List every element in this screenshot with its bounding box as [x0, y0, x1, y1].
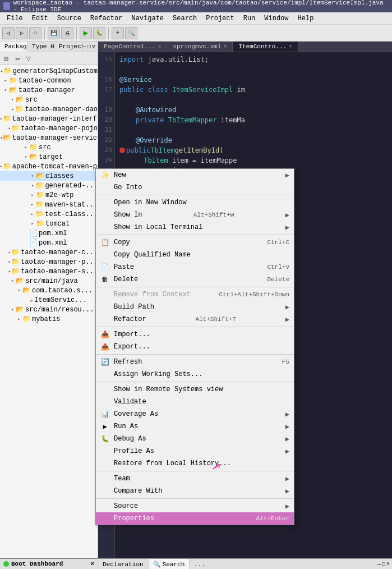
tree-item[interactable]: 📄pom.xml — [0, 228, 98, 238]
tree-item[interactable]: ▸📁test-class... — [0, 209, 98, 219]
menu-item-run[interactable]: Run — [239, 13, 260, 24]
ctx-shortcut: Ctrl+C — [267, 239, 289, 246]
ctx-item-team[interactable]: Team▶ — [96, 472, 294, 485]
toolbar-run-btn[interactable]: ▶ — [80, 27, 92, 39]
toolbar-debug-btn[interactable]: 🐛 — [93, 27, 105, 39]
ctx-submenu-arrow-icon: ▶ — [285, 171, 289, 180]
ctx-item-refresh[interactable]: 🔄RefreshF5 — [96, 356, 294, 368]
close-tab-springmvc[interactable]: × — [223, 44, 227, 50]
tree-item[interactable]: ▸📁src — [0, 143, 98, 152]
tree-item[interactable]: ▸📁apache-tomcat-maven-plugin — [0, 162, 98, 171]
ctx-item-show-in-local-terminal[interactable]: Show in Local Terminal▶ — [96, 221, 294, 233]
ctx-item-show-in-remote-systems-view[interactable]: Show in Remote Systems view — [96, 383, 294, 396]
ctx-item-open-in-new-window[interactable]: Open in New Window — [96, 196, 294, 209]
tree-item[interactable]: ▾📂target — [0, 152, 98, 162]
console-tab-search[interactable]: 🔍 Search — [149, 559, 190, 569]
close-tab-itemcontro[interactable]: × — [289, 44, 292, 50]
tree-item[interactable]: ▸📁taotao-manager-pojo — [0, 123, 98, 133]
ctx-item-compare-with[interactable]: Compare With▶ — [96, 485, 294, 497]
toolbar-print-btn[interactable]: 🖨 — [61, 27, 73, 39]
tab-package-explorer[interactable]: Packag... × — [0, 42, 27, 52]
tree-item[interactable]: ▸📁generated-... — [0, 181, 98, 190]
ctx-item-validate[interactable]: Validate — [96, 396, 294, 408]
ctx-item-refactor[interactable]: RefactorAlt+Shift+T▶ — [96, 313, 294, 325]
ctx-item-assign-working-sets...[interactable]: Assign Working Sets... — [96, 368, 294, 380]
ctx-item-profile-as[interactable]: Profile As▶ — [96, 445, 294, 457]
tree-item[interactable]: ▸📁generatorSqlmapCustom — [0, 66, 98, 76]
ctx-item-run-as[interactable]: ▶Run As▶ — [96, 420, 294, 433]
toolbar-new-btn[interactable]: + — [112, 27, 124, 39]
folder-icon: 📁 — [3, 67, 12, 75]
ctx-item-show-in[interactable]: Show InAlt+Shift+W▶ — [96, 209, 294, 221]
tree-item[interactable]: ▾📂src/main/java — [0, 276, 98, 286]
tree-item[interactable]: ▾📂src — [0, 95, 98, 104]
tree-item[interactable]: ▸📁m2e-wtp — [0, 190, 98, 200]
console-minimize-btn[interactable]: — — [377, 561, 381, 567]
ctx-item-export...[interactable]: 📤Export... — [96, 341, 294, 353]
toolbar-forward-btn[interactable]: ▷ — [16, 27, 28, 39]
menu-item-file[interactable]: File — [2, 13, 27, 24]
editor-tab-pagecontrol[interactable]: PageControl... × — [98, 42, 167, 52]
tree-item[interactable]: ▸📁maven-stat... — [0, 200, 98, 209]
link-editor-btn[interactable]: ⇔ — [12, 53, 22, 63]
panel-maximize-btn[interactable]: □ — [87, 44, 91, 50]
console-tab-extra[interactable]: ... — [190, 559, 210, 569]
tree-item[interactable]: ▸📁mybatis — [0, 314, 98, 324]
ctx-item-properties[interactable]: PropertiesAlt+Enter — [96, 512, 294, 525]
console-maximize-btn[interactable]: □ — [382, 561, 385, 567]
ctx-item-paste[interactable]: 📄PasteCtrl+V — [96, 261, 294, 273]
tree-item[interactable]: ▾📂classes — [0, 171, 98, 181]
ctx-item-import...[interactable]: 📥Import... — [96, 328, 294, 341]
menu-item-source[interactable]: Source — [53, 13, 86, 24]
ctx-item-copy[interactable]: 📋CopyCtrl+C — [96, 236, 294, 249]
tree-item[interactable]: ▾📂taotao-manager-service — [0, 133, 98, 143]
delete-icon: 🗑 — [100, 275, 109, 284]
tree-item[interactable]: ☕ItemServic... — [0, 295, 98, 305]
panel-minimize-btn[interactable]: — — [83, 44, 86, 50]
tree-item[interactable]: ▸📁taotao-manager-s... — [0, 267, 98, 276]
tree-area[interactable]: ▸📁generatorSqlmapCustom▸📁taotao-common▾📂… — [0, 65, 98, 558]
console-close-btn[interactable]: × — [386, 561, 390, 567]
editor-tab-springmvc[interactable]: springmvc.xml × — [167, 42, 233, 52]
ctx-item-restore-from-local-history...[interactable]: Restore from Local History... — [96, 457, 294, 470]
ctx-item-coverage-as[interactable]: 📊Coverage As▶ — [96, 408, 294, 420]
console-tab-declaration[interactable]: Declaration — [98, 559, 149, 569]
tree-item[interactable]: ▸📁taotao-manager-p... — [0, 257, 98, 267]
toolbar-back-btn[interactable]: ◁ — [2, 27, 15, 39]
ctx-item-go-into[interactable]: Go Into — [96, 181, 294, 194]
menu-item-help[interactable]: Help — [293, 13, 319, 24]
panel-dropdown-btn[interactable]: ▽ — [92, 43, 95, 50]
menu-item-search[interactable]: Search — [168, 13, 201, 24]
tab-type-hierarchy[interactable]: Type Hi... — [27, 42, 54, 52]
tree-item[interactable]: ▸📁taotao-manager-dao — [0, 104, 98, 114]
ctx-item-source[interactable]: Source▶ — [96, 500, 294, 512]
tree-item[interactable]: 📄pom.xml — [0, 238, 98, 247]
editor-tab-itemcontro[interactable]: ItemContro... × — [233, 42, 298, 52]
toolbar-search-btn[interactable]: 🔍 — [125, 27, 137, 39]
ctx-item-new[interactable]: ✨New▶ — [96, 169, 294, 181]
tree-item[interactable]: ▸📁taotao-manager-c... — [0, 247, 98, 257]
ctx-item-copy-qualified-name[interactable]: Copy Qualified Name — [96, 249, 294, 261]
tree-item[interactable]: ▾📂taotao-manager — [0, 85, 98, 95]
collapse-all-btn[interactable]: ⊟ — [1, 53, 11, 63]
ctx-item-delete[interactable]: 🗑DeleteDelete — [96, 273, 294, 286]
tree-item[interactable]: ▸📁tomcat — [0, 219, 98, 228]
menu-item-edit[interactable]: Edit — [27, 13, 53, 24]
toolbar-home-btn[interactable]: ⌂ — [29, 27, 41, 39]
tree-item[interactable]: ▾📂com.taotao.s... — [0, 286, 98, 295]
menu-item-refactor[interactable]: Refactor — [86, 13, 127, 24]
close-tab-pagecontrol[interactable]: × — [158, 44, 161, 50]
view-menu-btn[interactable]: ▽ — [24, 53, 34, 63]
tree-item[interactable]: ▸📁taotao-manager-interface — [0, 114, 98, 123]
tree-item[interactable]: ▾📂src/main/resou... — [0, 305, 98, 314]
editor-tab-pagecontrol-label: PageControl... — [104, 43, 155, 50]
boot-dashboard-close[interactable]: × — [90, 561, 94, 567]
tree-item[interactable]: ▸📁taotao-common — [0, 76, 98, 85]
tab-project[interactable]: Project ... — [54, 42, 83, 52]
menu-item-navigate[interactable]: Navigate — [127, 13, 168, 24]
ctx-item-build-path[interactable]: Build Path▶ — [96, 301, 294, 313]
menu-item-project[interactable]: Project — [201, 13, 238, 24]
toolbar-save-btn[interactable]: 💾 — [48, 27, 60, 39]
menu-item-window[interactable]: Window — [260, 13, 293, 24]
ctx-item-debug-as[interactable]: 🐛Debug As▶ — [96, 433, 294, 445]
